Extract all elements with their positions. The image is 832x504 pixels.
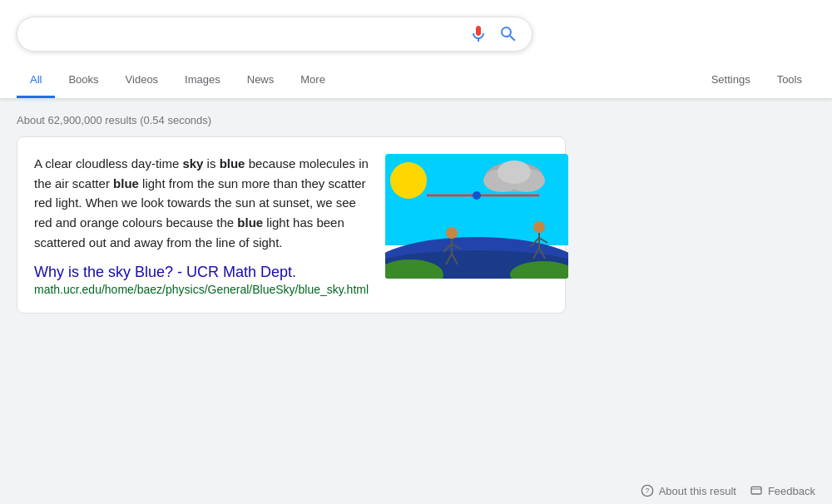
feedback-button[interactable]: Feedback <box>750 484 815 497</box>
search-icons <box>468 24 518 44</box>
tab-more[interactable]: More <box>287 63 339 98</box>
tab-tools[interactable]: Tools <box>764 63 815 98</box>
feedback-label: Feedback <box>768 485 815 497</box>
nav-tabs: All Books Videos Images News More Settin… <box>17 60 815 98</box>
svg-text:?: ? <box>645 487 649 495</box>
featured-image <box>385 154 568 279</box>
search-button-icon[interactable] <box>498 24 518 44</box>
tab-videos[interactable]: Videos <box>112 63 172 98</box>
about-result-label: About this result <box>659 485 736 497</box>
svg-rect-26 <box>751 487 761 494</box>
featured-snippet: A clear cloudless day-time sky is blue b… <box>17 136 566 314</box>
tab-images[interactable]: Images <box>171 63 234 98</box>
featured-description: A clear cloudless day-time sky is blue b… <box>34 154 369 252</box>
search-bar-row: Why is the sky blue <box>17 8 815 60</box>
search-box: Why is the sky blue <box>17 17 532 52</box>
featured-link-title[interactable]: Why is the sky Blue? - UCR Math Dept. <box>34 264 296 280</box>
about-result-button[interactable]: ? About this result <box>641 484 736 497</box>
results-count: About 62,900,000 results (0.54 seconds) <box>17 107 566 136</box>
bottom-bar: ? About this result Feedback <box>624 477 832 504</box>
svg-point-9 <box>498 161 531 184</box>
header: Why is the sky blue All Books Videos Ima… <box>0 0 832 98</box>
svg-point-11 <box>473 191 481 200</box>
nav-right: Settings Tools <box>698 63 815 98</box>
help-icon: ? <box>641 484 654 497</box>
content-area: About 62,900,000 results (0.54 seconds) … <box>0 99 582 330</box>
search-input[interactable]: Why is the sky blue <box>31 26 462 43</box>
tab-all[interactable]: All <box>17 63 55 98</box>
feedback-icon <box>750 484 763 497</box>
mic-icon[interactable] <box>468 24 488 44</box>
featured-content: A clear cloudless day-time sky is blue b… <box>34 154 369 296</box>
svg-point-18 <box>533 221 545 233</box>
tab-news[interactable]: News <box>234 63 288 98</box>
svg-point-12 <box>446 227 458 239</box>
svg-point-5 <box>390 162 427 199</box>
featured-link-block: Why is the sky Blue? - UCR Math Dept. ma… <box>34 264 369 296</box>
tab-books[interactable]: Books <box>55 63 111 98</box>
tab-settings[interactable]: Settings <box>698 63 764 98</box>
featured-url: math.ucr.edu/home/baez/physics/General/B… <box>34 283 369 296</box>
